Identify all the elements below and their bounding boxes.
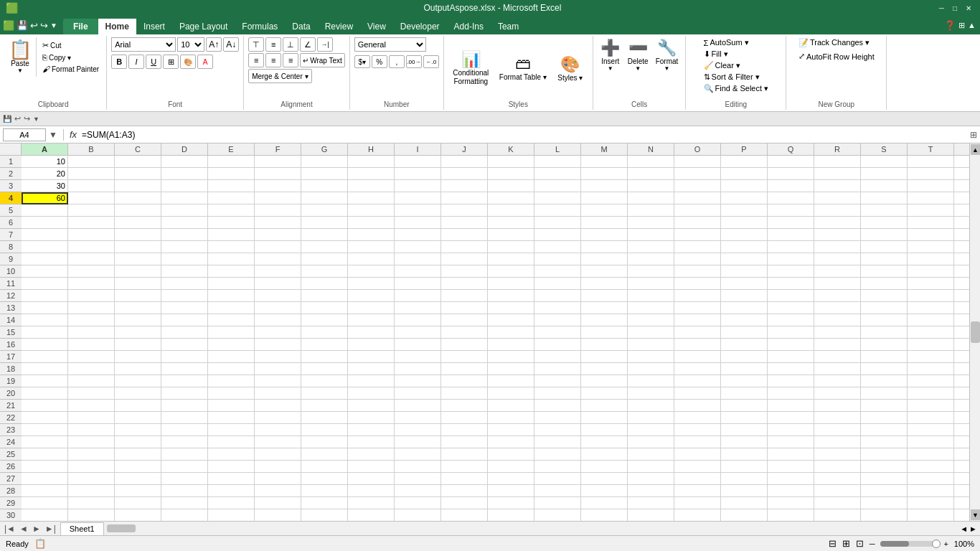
cell-G14[interactable]	[301, 314, 348, 326]
cell-H19[interactable]	[348, 375, 395, 387]
cell-Q21[interactable]	[768, 400, 814, 412]
cell-O17[interactable]	[674, 351, 721, 363]
cell-S1[interactable]	[861, 156, 908, 168]
cell-D23[interactable]	[161, 424, 208, 436]
cell-A6[interactable]	[22, 217, 68, 229]
cell-I16[interactable]	[395, 339, 441, 351]
cell-U1[interactable]	[954, 156, 969, 168]
cell-L20[interactable]	[534, 387, 581, 400]
cell-A27[interactable]	[22, 473, 68, 485]
cell-I5[interactable]	[395, 204, 441, 217]
cell-G9[interactable]	[301, 253, 348, 265]
cell-E22[interactable]	[208, 412, 255, 424]
row-header-28[interactable]: 28	[0, 485, 22, 497]
cell-K3[interactable]	[488, 180, 534, 192]
cell-B5[interactable]	[68, 204, 115, 217]
cell-U2[interactable]	[954, 168, 969, 180]
cell-R12[interactable]	[814, 290, 861, 302]
cell-R10[interactable]	[814, 265, 861, 278]
cell-H9[interactable]	[348, 253, 395, 265]
format-button[interactable]: 🔧 Format ▼	[653, 37, 682, 73]
cell-R2[interactable]	[814, 168, 861, 180]
cell-K29[interactable]	[488, 497, 534, 509]
cell-H27[interactable]	[348, 473, 395, 485]
cell-L22[interactable]	[534, 412, 581, 424]
cell-F2[interactable]	[255, 168, 301, 180]
cell-K15[interactable]	[488, 326, 534, 339]
track-changes-button[interactable]: 📝 Track Changes ▾	[796, 37, 872, 48]
cell-U9[interactable]	[954, 253, 969, 265]
cell-J23[interactable]	[441, 424, 488, 436]
cell-T30[interactable]	[908, 509, 954, 521]
sort-filter-button[interactable]: ⇅ Sort & Filter ▾	[701, 72, 763, 83]
cell-O9[interactable]	[674, 253, 721, 265]
cell-H5[interactable]	[348, 204, 395, 217]
cell-I13[interactable]	[395, 302, 441, 314]
cell-L24[interactable]	[534, 436, 581, 448]
cell-D12[interactable]	[161, 290, 208, 302]
cell-G16[interactable]	[301, 339, 348, 351]
cell-I26[interactable]	[395, 461, 441, 473]
row-header-20[interactable]: 20	[0, 387, 22, 400]
cell-I6[interactable]	[395, 217, 441, 229]
row-header-5[interactable]: 5	[0, 204, 22, 217]
cell-A3[interactable]: 30	[22, 180, 68, 192]
cell-F15[interactable]	[255, 326, 301, 339]
cell-L3[interactable]	[534, 180, 581, 192]
cell-P17[interactable]	[721, 351, 768, 363]
number-format-select[interactable]: General	[354, 37, 426, 52]
cell-C17[interactable]	[115, 351, 161, 363]
copy-button[interactable]: ⎘ Copy ▾	[39, 52, 102, 62]
col-header-A[interactable]: A	[22, 143, 68, 156]
cell-N4[interactable]	[628, 192, 674, 204]
row-header-25[interactable]: 25	[0, 448, 22, 461]
cell-P5[interactable]	[721, 204, 768, 217]
cell-Q13[interactable]	[768, 302, 814, 314]
cell-O22[interactable]	[674, 412, 721, 424]
cell-M10[interactable]	[581, 265, 628, 278]
cell-R8[interactable]	[814, 241, 861, 253]
cell-B7[interactable]	[68, 229, 115, 241]
cell-F24[interactable]	[255, 436, 301, 448]
cell-G6[interactable]	[301, 217, 348, 229]
cell-C27[interactable]	[115, 473, 161, 485]
cell-T24[interactable]	[908, 436, 954, 448]
cell-B18[interactable]	[68, 363, 115, 375]
cell-Q25[interactable]	[768, 448, 814, 461]
cell-R22[interactable]	[814, 412, 861, 424]
cell-D15[interactable]	[161, 326, 208, 339]
cell-J15[interactable]	[441, 326, 488, 339]
cell-M1[interactable]	[581, 156, 628, 168]
cell-S19[interactable]	[861, 375, 908, 387]
cell-T2[interactable]	[908, 168, 954, 180]
cell-B8[interactable]	[68, 241, 115, 253]
cell-B22[interactable]	[68, 412, 115, 424]
zoom-slider[interactable]	[880, 541, 938, 547]
cell-U5[interactable]	[954, 204, 969, 217]
row-header-22[interactable]: 22	[0, 412, 22, 424]
cell-M7[interactable]	[581, 229, 628, 241]
row-header-8[interactable]: 8	[0, 241, 22, 253]
col-header-S[interactable]: S	[861, 143, 908, 156]
cell-L19[interactable]	[534, 375, 581, 387]
cell-L11[interactable]	[534, 278, 581, 290]
cell-M24[interactable]	[581, 436, 628, 448]
cell-D26[interactable]	[161, 461, 208, 473]
cell-R20[interactable]	[814, 387, 861, 400]
cell-Q26[interactable]	[768, 461, 814, 473]
cell-A25[interactable]	[22, 448, 68, 461]
cell-S23[interactable]	[861, 424, 908, 436]
col-header-P[interactable]: P	[721, 143, 768, 156]
decrease-decimal-btn[interactable]: .00→	[406, 55, 422, 68]
cell-T18[interactable]	[908, 363, 954, 375]
cell-M15[interactable]	[581, 326, 628, 339]
col-header-F[interactable]: F	[255, 143, 301, 156]
cell-I20[interactable]	[395, 387, 441, 400]
cell-B2[interactable]	[68, 168, 115, 180]
cell-N17[interactable]	[628, 351, 674, 363]
cell-O8[interactable]	[674, 241, 721, 253]
cell-G30[interactable]	[301, 509, 348, 521]
cell-T15[interactable]	[908, 326, 954, 339]
cell-M27[interactable]	[581, 473, 628, 485]
cell-O12[interactable]	[674, 290, 721, 302]
